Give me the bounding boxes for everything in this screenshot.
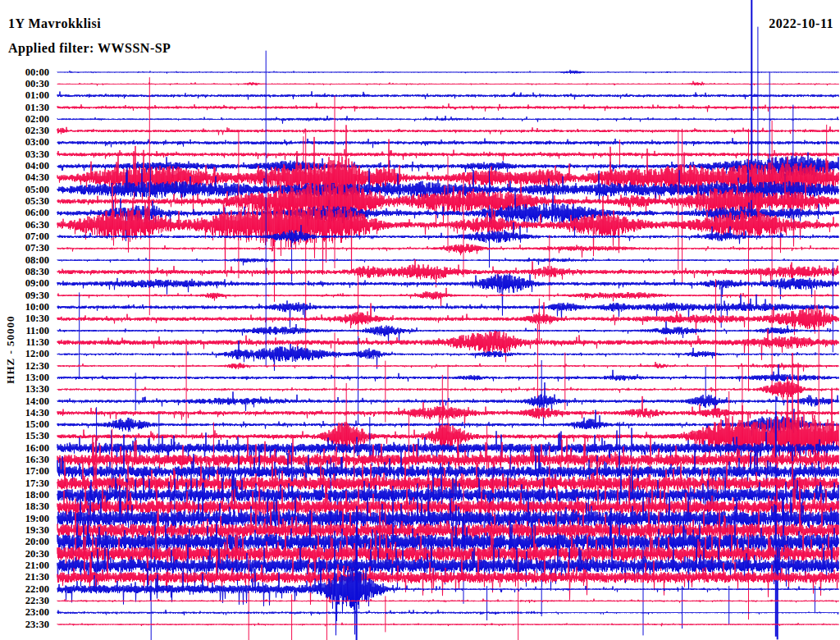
trace-row-08:00 bbox=[57, 258, 838, 265]
trace-row-00:00 bbox=[57, 70, 838, 74]
helicorder-plot bbox=[0, 0, 840, 640]
trace-row-22:30 bbox=[57, 599, 838, 603]
trace-row-11:30 bbox=[57, 329, 838, 362]
trace-row-23:00 bbox=[57, 610, 838, 615]
trace-row-01:30 bbox=[57, 103, 838, 112]
trace-row-01:00 bbox=[57, 91, 838, 99]
trace-row-23:30 bbox=[57, 623, 838, 626]
trace-row-00:30 bbox=[57, 81, 838, 86]
trace-row-02:00 bbox=[57, 116, 838, 124]
trace-row-03:00 bbox=[57, 138, 838, 148]
trace-row-02:30 bbox=[57, 126, 838, 135]
helicorder-screen: 1Y Mavrokklisi Applied filter: WWSSN-SP … bbox=[0, 0, 840, 640]
